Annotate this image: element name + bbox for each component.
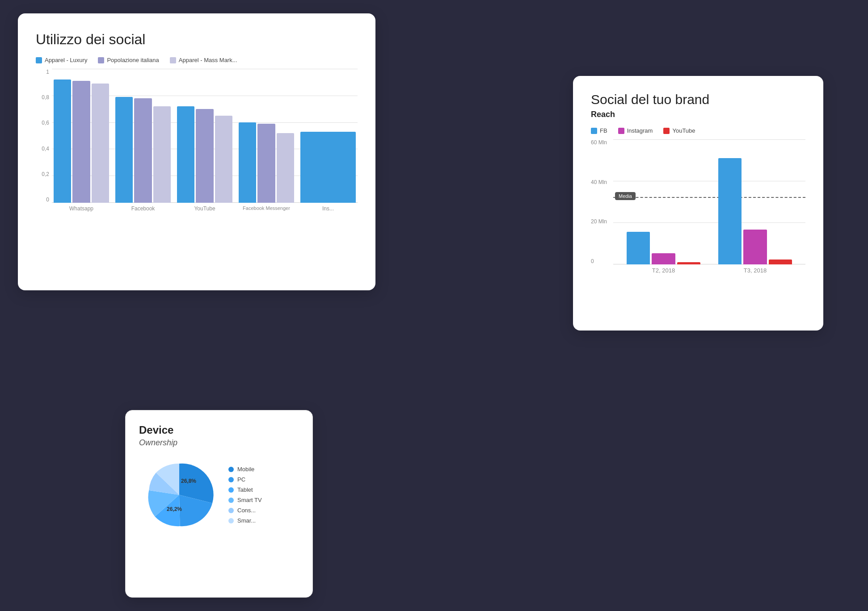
- card-device: Device Ownership: [125, 410, 313, 598]
- y-label-04: 0,4: [36, 146, 52, 152]
- legend-fb: FB: [591, 127, 607, 134]
- bar-ins-luxury: [300, 132, 356, 203]
- brand-bar-t3-youtube: [769, 259, 792, 264]
- y-label-0: 0: [36, 197, 52, 203]
- brand-x-t2: T2, 2018: [627, 267, 700, 274]
- brand-bar-group-t3: [718, 158, 792, 264]
- legend-dot-massmarket: [170, 57, 176, 63]
- bar-fbm-luxury: [239, 122, 256, 203]
- legend-dot-luxury: [36, 57, 42, 63]
- device-content: 26,8% 26,2% Mobile PC Tablet Smart TV: [139, 455, 299, 535]
- bar-whatsapp-popolazione: [72, 81, 90, 203]
- social-bar-chart: 0 0,2 0,4 0,6 0,8 1: [36, 69, 358, 212]
- device-legend-pc: PC: [228, 476, 262, 483]
- device-label-mobile: Mobile: [237, 466, 254, 473]
- brand-legend: FB Instagram YouTube: [591, 127, 805, 134]
- bar-whatsapp-mass: [92, 84, 109, 203]
- brand-x-t3: T3, 2018: [718, 267, 792, 274]
- brand-chart-container: 0 20 Mln 40 Mln 60 Mln Media: [591, 139, 805, 274]
- device-dot-mobile: [228, 467, 234, 472]
- brand-bar-t3-instagram: [743, 230, 767, 264]
- x-label-whatsapp: Whatsapp: [54, 205, 109, 212]
- brand-y-0: 0: [591, 258, 613, 264]
- x-label-fbmessenger: Facebook Messenger: [239, 205, 294, 212]
- brand-card-title: Social del tuo brand: [591, 92, 805, 107]
- legend-youtube: YouTube: [663, 127, 695, 134]
- bar-yt-popolazione: [196, 109, 213, 203]
- brand-bars-container: [613, 139, 805, 264]
- bar-fbm-mass: [277, 133, 294, 203]
- device-dot-smar: [228, 518, 234, 523]
- legend-item-luxury: Apparel - Luxury: [36, 57, 87, 63]
- device-label-cons: Cons...: [237, 507, 256, 514]
- bar-fb-popolazione: [134, 98, 152, 203]
- legend-label-fb: FB: [600, 127, 607, 134]
- device-dot-pc: [228, 477, 234, 482]
- brand-bar-t2-fb: [627, 232, 650, 264]
- legend-item-massmarket: Apparel - Mass Mark...: [170, 57, 237, 63]
- device-label-pc: PC: [237, 476, 245, 483]
- bar-fb-mass: [153, 106, 171, 203]
- brand-bar-t3-fb: [718, 158, 742, 264]
- bar-yt-mass: [215, 116, 232, 203]
- device-title: Device: [139, 424, 299, 436]
- pie-label-262: 26,2%: [167, 506, 182, 512]
- device-legend-smar: Smar...: [228, 517, 262, 524]
- bar-group-fbmessenger: [239, 122, 294, 203]
- brand-y-40: 40 Mln: [591, 179, 613, 185]
- y-label-06: 0,6: [36, 120, 52, 126]
- x-label-ins: Ins...: [300, 205, 356, 212]
- legend-dot-instagram: [618, 128, 624, 134]
- bar-fbm-popolazione: [257, 124, 275, 203]
- x-label-facebook: Facebook: [115, 205, 171, 212]
- pie-label-268: 26,8%: [181, 478, 196, 484]
- device-label-smar: Smar...: [237, 517, 256, 524]
- y-label-02: 0,2: [36, 171, 52, 177]
- legend-label-instagram: Instagram: [627, 127, 653, 134]
- legend-dot-popolazione: [98, 57, 104, 63]
- reach-label: Reach: [591, 110, 805, 119]
- bar-yt-luxury: [177, 106, 194, 203]
- y-label-08: 0,8: [36, 94, 52, 100]
- brand-y-20: 20 Mln: [591, 218, 613, 225]
- bar-group-instagram: [300, 132, 356, 203]
- device-label-smarttv: Smart TV: [237, 497, 262, 503]
- bar-fb-luxury: [115, 97, 133, 203]
- pie-chart: [139, 455, 219, 535]
- legend-instagram: Instagram: [618, 127, 653, 134]
- x-label-youtube: YouTube: [177, 205, 232, 212]
- legend-dot-youtube: [663, 128, 670, 134]
- device-dot-tablet: [228, 487, 234, 493]
- brand-x-labels: T2, 2018 T3, 2018: [613, 264, 805, 274]
- social-legend: Apparel - Luxury Popolazione italiana Ap…: [36, 57, 358, 63]
- legend-label-massmarket: Apparel - Mass Mark...: [179, 57, 237, 63]
- pie-chart-container: 26,8% 26,2%: [139, 455, 219, 535]
- device-dot-smarttv: [228, 498, 234, 503]
- device-legend: Mobile PC Tablet Smart TV Cons... Smar..…: [228, 466, 262, 524]
- device-legend-cons: Cons...: [228, 507, 262, 514]
- legend-dot-fb: [591, 128, 597, 134]
- legend-label-luxury: Apparel - Luxury: [45, 57, 87, 63]
- y-label-1: 1: [36, 69, 52, 75]
- brand-bar-group-t2: [627, 232, 700, 264]
- device-dot-cons: [228, 508, 234, 513]
- device-legend-smarttv: Smart TV: [228, 497, 262, 503]
- legend-label-youtube: YouTube: [672, 127, 695, 134]
- brand-bar-t2-youtube: [677, 262, 700, 264]
- brand-y-60: 60 Mln: [591, 139, 613, 146]
- device-label-tablet: Tablet: [237, 486, 253, 493]
- bar-group-facebook: [115, 97, 171, 203]
- brand-bar-t2-instagram: [652, 253, 675, 264]
- bar-group-youtube: [177, 106, 232, 203]
- legend-label-popolazione: Popolazione italiana: [107, 57, 159, 63]
- device-legend-tablet: Tablet: [228, 486, 262, 493]
- bar-group-whatsapp: [54, 80, 109, 203]
- legend-item-popolazione: Popolazione italiana: [98, 57, 159, 63]
- device-legend-mobile: Mobile: [228, 466, 262, 473]
- card-utilizzo-social: Utilizzo dei social Apparel - Luxury Pop…: [18, 13, 375, 290]
- ownership-label: Ownership: [139, 438, 299, 448]
- card-social-title: Utilizzo dei social: [36, 31, 358, 48]
- card-brand-social: Social del tuo brand Reach FB Instagram …: [573, 76, 823, 331]
- bar-whatsapp-luxury: [54, 80, 71, 203]
